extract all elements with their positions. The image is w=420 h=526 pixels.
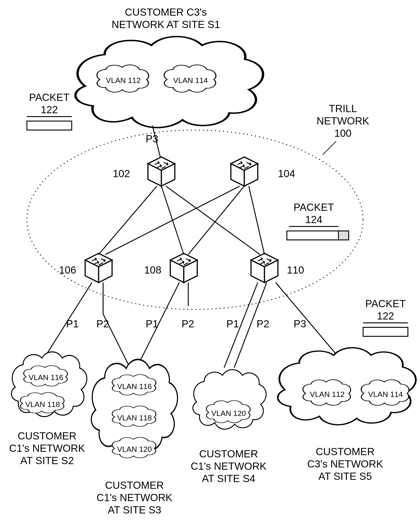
port-p2a: P2 [96,318,109,330]
svg-text:PACKET: PACKET [365,298,406,309]
vlan-112-s5: VLAN 112 [310,390,345,398]
packet-122-box [27,121,72,130]
router-102-label: 102 [113,168,130,179]
vlan-118-s2: VLAN 118 [25,400,60,408]
title-top-line1: CUSTOMER C3's [125,6,207,18]
router-106-icon [85,253,112,283]
vlan-118-s3: VLAN 118 [117,414,152,422]
cloud-c1-s2: VLAN 116 VLAN 118 CUSTOMER C1's NETWORK … [9,352,87,466]
svg-text:100: 100 [334,127,352,139]
cloud-c3-s1: VLAN 112 VLAN 114 [76,37,263,128]
packet-122-left: PACKET 122 [27,91,72,130]
port-p2b: P2 [181,318,194,330]
packet-124-tag [339,231,349,240]
port-p2c: P2 [257,318,269,330]
svg-line-11 [105,186,240,254]
svg-text:C1's NETWORK: C1's NETWORK [191,460,267,472]
internal-links [99,186,264,254]
cloud-c1-s4: VLAN 120 CUSTOMER C1's NETWORK AT SITE S… [191,370,267,485]
router-108-icon [170,253,197,283]
svg-text:TRILL: TRILL [329,103,357,114]
vlan-116-s2: VLAN 116 [29,373,63,382]
packet-124: PACKET 124 [287,201,349,240]
svg-line-7 [323,141,336,155]
vlan-114-top: VLAN 114 [173,76,208,84]
port-p1c: P1 [226,318,239,330]
svg-text:CUSTOMER: CUSTOMER [105,479,164,491]
cloud-c1-s3: VLAN 116 VLAN 118 VLAN 120 CUSTOMER C1's… [91,359,178,516]
svg-text:AT SITE S4: AT SITE S4 [202,473,256,484]
router-102-icon [148,157,175,186]
svg-text:NETWORK: NETWORK [316,115,369,127]
port-p1b: P1 [146,318,158,330]
router-108-label: 108 [144,264,161,276]
diagram-root: CUSTOMER C3's NETWORK AT SITE S1 PACKET … [0,0,420,526]
svg-text:C1's NETWORK: C1's NETWORK [97,492,173,503]
vlan-112-top: VLAN 112 [106,76,141,84]
port-p3-top: P3 [146,133,158,145]
svg-line-13 [249,186,264,254]
svg-text:AT SITE S3: AT SITE S3 [108,504,161,516]
router-104-icon [231,157,258,186]
packet-122-label2: 122 [41,104,58,115]
svg-rect-17 [287,231,339,240]
svg-line-8 [99,186,157,254]
svg-text:PACKET: PACKET [294,201,334,213]
router-106-label: 106 [59,264,76,276]
svg-text:C3's NETWORK: C3's NETWORK [307,458,383,470]
packet-122-right: PACKET 122 [363,298,408,336]
router-110-label: 110 [287,264,304,276]
svg-text:AT SITE S5: AT SITE S5 [319,470,372,482]
svg-text:C1's NETWORK: C1's NETWORK [9,442,85,454]
svg-text:CUSTOMER: CUSTOMER [199,448,258,460]
vlan-116-s3: VLAN 116 [117,382,152,391]
packet-122-label1: PACKET [29,91,70,103]
vlan-120-s3: VLAN 120 [117,445,152,453]
svg-line-22 [139,283,179,363]
vlan-120-s4: VLAN 120 [211,409,246,417]
router-110-icon [251,253,278,283]
svg-rect-30 [363,327,408,336]
svg-text:CUSTOMER: CUSTOMER [316,446,374,457]
router-104-label: 104 [278,168,295,179]
trill-label: TRILL NETWORK 100 [316,103,369,155]
svg-text:AT SITE S2: AT SITE S2 [20,455,74,466]
svg-text:124: 124 [305,214,322,225]
svg-text:CUSTOMER: CUSTOMER [18,430,76,442]
port-p1a: P1 [66,318,79,330]
svg-line-12 [188,186,244,254]
cloud-c3-s5: VLAN 112 VLAN 114 CUSTOMER C3's NETWORK … [278,348,416,482]
svg-text:122: 122 [377,310,394,322]
title-top-line2: NETWORK AT SITE S1 [112,19,220,30]
vlan-114-s5: VLAN 114 [368,390,403,398]
port-p3c: P3 [294,318,306,330]
